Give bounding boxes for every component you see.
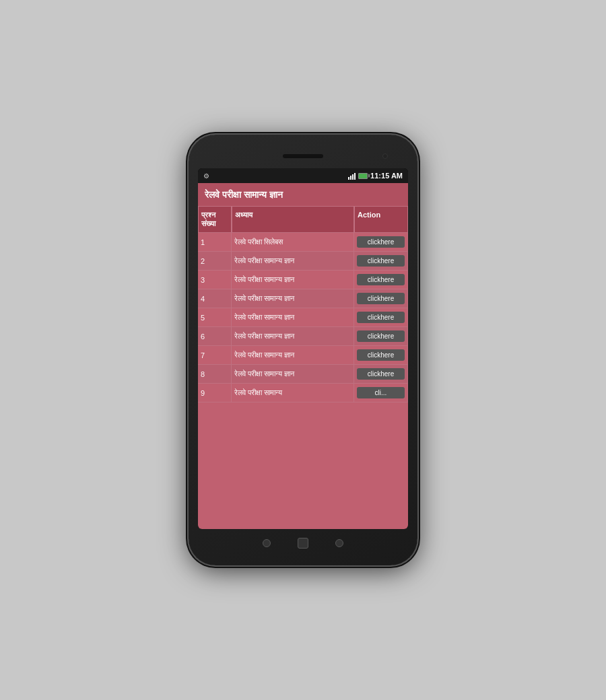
- table-row: 6 रेलवे परीक्षा सामान्य ज्ञान clickhere: [198, 327, 408, 346]
- phone-speaker: [283, 154, 323, 158]
- status-left: ⚙: [203, 172, 209, 180]
- td-action: clickhere: [354, 252, 408, 270]
- td-action: clickhere: [354, 327, 408, 345]
- clickhere-button[interactable]: clickhere: [357, 312, 405, 323]
- td-number: 6: [198, 327, 232, 345]
- phone-bottom-bar: [198, 533, 408, 553]
- td-number: 5: [198, 308, 232, 326]
- td-chapter: रेलवे परीक्षा सिलेबस: [232, 233, 354, 251]
- td-action: clickhere: [354, 233, 408, 251]
- td-action: clickhere: [354, 365, 408, 383]
- td-chapter: रेलवे परीक्षा सामान्य ज्ञान: [232, 346, 354, 364]
- table-header-row: प्रश्न संख्या अध्याय Action: [198, 206, 408, 233]
- clickhere-button[interactable]: clickhere: [357, 368, 405, 380]
- clickhere-button[interactable]: clickhere: [357, 293, 405, 304]
- nav-home-btn[interactable]: [298, 538, 308, 549]
- td-action: clickhere: [354, 308, 408, 326]
- status-time: 11:15 AM: [370, 172, 403, 180]
- td-number: 2: [198, 252, 232, 270]
- signal-bar-1: [348, 177, 349, 180]
- td-action: clickhere: [354, 289, 408, 308]
- table-row: 5 रेलवे परीक्षा सामान्य ज्ञान clickhere: [198, 308, 408, 327]
- td-chapter: रेलवे परीक्षा सामान्य ज्ञान: [232, 271, 354, 289]
- phone-device: ⚙ 11:15 AM रेलवे परीक्षा सामान्य ज्ञान: [189, 135, 417, 565]
- clickhere-button[interactable]: clickhere: [357, 255, 405, 267]
- phone-top-bar: [198, 147, 408, 166]
- clickhere-button[interactable]: clickhere: [357, 236, 405, 248]
- nav-back-btn[interactable]: [263, 539, 271, 547]
- phone-camera: [382, 153, 388, 159]
- clickhere-button[interactable]: cli...: [357, 387, 405, 398]
- th-number: प्रश्न संख्या: [198, 206, 232, 233]
- clickhere-button[interactable]: clickhere: [357, 330, 405, 342]
- phone-screen: ⚙ 11:15 AM रेलवे परीक्षा सामान्य ज्ञान: [198, 168, 408, 529]
- clickhere-button[interactable]: clickhere: [357, 349, 405, 361]
- nav-recent-btn[interactable]: [335, 539, 343, 547]
- table-row: 4 रेलवे परीक्षा सामान्य ज्ञान clickhere: [198, 289, 408, 308]
- td-number: 4: [198, 289, 232, 308]
- table-row: 3 रेलवे परीक्षा सामान्य ज्ञान clickhere: [198, 271, 408, 289]
- signal-bar-3: [352, 174, 354, 180]
- status-right: 11:15 AM: [348, 172, 403, 180]
- table-rows: 1 रेलवे परीक्षा सिलेबस clickhere 2 रेलवे…: [198, 233, 408, 403]
- app-header: रेलवे परीक्षा सामान्य ज्ञान: [198, 183, 408, 206]
- table-row: 7 रेलवे परीक्षा सामान्य ज्ञान clickhere: [198, 346, 408, 365]
- battery-icon: [358, 173, 368, 179]
- table-row: 9 रेलवे परीक्षा सामान्य cli...: [198, 384, 408, 403]
- td-chapter: रेलवे परीक्षा सामान्य ज्ञान: [232, 365, 354, 383]
- clickhere-button[interactable]: clickhere: [357, 274, 405, 285]
- td-chapter: रेलवे परीक्षा सामान्य ज्ञान: [232, 308, 354, 326]
- td-number: 9: [198, 384, 232, 402]
- app-title: रेलवे परीक्षा सामान्य ज्ञान: [205, 189, 283, 200]
- td-number: 7: [198, 346, 232, 364]
- td-chapter: रेलवे परीक्षा सामान्य ज्ञान: [232, 289, 354, 308]
- td-chapter: रेलवे परीक्षा सामान्य ज्ञान: [232, 327, 354, 345]
- table-row: 8 रेलवे परीक्षा सामान्य ज्ञान clickhere: [198, 365, 408, 384]
- td-number: 8: [198, 365, 232, 383]
- td-action: clickhere: [354, 271, 408, 289]
- td-action: cli...: [354, 384, 408, 402]
- signal-bar-4: [354, 173, 356, 180]
- signal-bar-2: [350, 176, 351, 180]
- table-row: 1 रेलवे परीक्षा सिलेबस clickhere: [198, 233, 408, 252]
- th-chapter: अध्याय: [232, 206, 354, 233]
- td-action: clickhere: [354, 346, 408, 364]
- signal-bars: [348, 172, 356, 180]
- td-number: 3: [198, 271, 232, 289]
- td-chapter: रेलवे परीक्षा सामान्य: [232, 384, 354, 402]
- table-container: प्रश्न संख्या अध्याय Action 1 रेलवे परीक…: [198, 206, 408, 403]
- table-row: 2 रेलवे परीक्षा सामान्य ज्ञान clickhere: [198, 252, 408, 271]
- status-bar: ⚙ 11:15 AM: [198, 168, 408, 183]
- td-number: 1: [198, 233, 232, 251]
- screen-content: प्रश्न संख्या अध्याय Action 1 रेलवे परीक…: [198, 206, 408, 529]
- usb-icon: ⚙: [203, 172, 209, 180]
- td-chapter: रेलवे परीक्षा सामान्य ज्ञान: [232, 252, 354, 270]
- th-action: Action: [354, 206, 408, 233]
